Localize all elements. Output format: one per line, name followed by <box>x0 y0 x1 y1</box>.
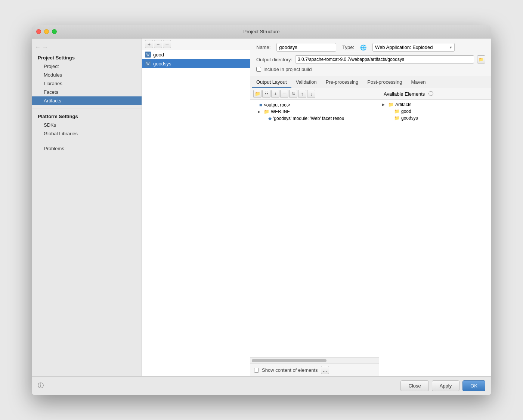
web-inf-folder-icon: 📁 <box>264 109 269 114</box>
help-button[interactable]: ⓘ <box>38 382 44 390</box>
tab-post-processing[interactable]: Post-processing <box>363 77 406 88</box>
name-input[interactable] <box>276 43 336 52</box>
sidebar-item-problems[interactable]: Problems <box>32 144 142 153</box>
avail-item-good[interactable]: 📁 good <box>379 108 491 115</box>
output-dir-row: Output directory: 📁 <box>256 55 485 64</box>
output-tree-panel: 📁 ☷ + − ⇅ ↑ ↓ ■ <output root> <box>250 88 379 376</box>
window-title: Project Structure <box>244 29 280 34</box>
main-panel: Name: Type: 🌐 Web Application: Exploded … <box>250 38 491 376</box>
output-area: 📁 ☷ + − ⇅ ↑ ↓ ■ <output root> <box>250 88 491 376</box>
dialog-footer: ⓘ Close Apply OK <box>32 376 491 395</box>
sidebar-item-libraries[interactable]: Libraries <box>32 79 142 88</box>
output-dir-input[interactable] <box>295 55 474 64</box>
available-panel: Available Elements ⓘ ▶ 📁 Artifacts 📁 goo <box>379 88 491 376</box>
output-tree-toolbar: 📁 ☷ + − ⇅ ↑ ↓ <box>250 88 379 100</box>
tab-output-layout[interactable]: Output Layout <box>252 77 291 88</box>
dialog-body: ← → Project Settings Project Modules Lib… <box>32 38 491 376</box>
include-in-build-label: Include in project build <box>263 67 312 72</box>
avail-arrow-artifacts: ▶ <box>382 103 387 106</box>
available-elements-title: Available Elements <box>384 91 425 97</box>
output-sort-button[interactable]: ⇅ <box>289 90 297 98</box>
tree-item-web-inf[interactable]: ▶ 📁 WEB-INF <box>250 108 379 115</box>
available-elements-header: Available Elements ⓘ <box>379 88 491 100</box>
avail-item-artifacts[interactable]: ▶ 📁 Artifacts <box>379 101 491 108</box>
sidebar-item-modules[interactable]: Modules <box>32 71 142 79</box>
type-icon: 🌐 <box>360 44 366 50</box>
tab-validation[interactable]: Validation <box>291 77 321 88</box>
main-header: Name: Type: 🌐 Web Application: Exploded … <box>250 38 491 77</box>
title-bar: Project Structure <box>32 25 491 38</box>
output-add-button[interactable]: + <box>271 90 279 98</box>
help-icon[interactable]: ⓘ <box>428 90 433 97</box>
add-artifact-button[interactable]: + <box>145 40 153 48</box>
nav-divider-2 <box>32 141 142 141</box>
type-select[interactable]: Web Application: Exploded <box>372 43 455 52</box>
artifact-icon-good: W <box>145 52 151 58</box>
tabs-row: Output Layout Validation Pre-processing … <box>250 77 491 88</box>
artifact-item-good[interactable]: W good <box>142 50 250 59</box>
output-up-button[interactable]: ↑ <box>298 90 306 98</box>
avail-goodsys-folder-icon: 📁 <box>394 115 400 121</box>
tree-item-goodsys-module[interactable]: ◆ 'goodsys' module: 'Web' facet resou <box>250 115 379 122</box>
output-list-button[interactable]: ☷ <box>262 90 270 98</box>
back-arrow-icon[interactable]: ← <box>35 44 41 50</box>
output-scrollbar-area <box>250 357 379 363</box>
avail-item-goodsys[interactable]: 📁 goodsys <box>379 115 491 121</box>
nav-divider <box>32 108 142 108</box>
sidebar-item-artifacts[interactable]: Artifacts <box>32 96 142 105</box>
module-icon: ◆ <box>268 116 272 121</box>
browse-dir-button[interactable]: 📁 <box>477 55 485 64</box>
avail-artifacts-folder-icon: 📁 <box>388 102 394 107</box>
include-build-row: Include in project build <box>256 67 485 72</box>
artifact-list-panel: + − ⎓ W good W goodsys <box>142 38 250 376</box>
tab-maven[interactable]: Maven <box>406 77 430 88</box>
forward-arrow-icon[interactable]: → <box>42 44 48 50</box>
sidebar-item-facets[interactable]: Facets <box>32 88 142 96</box>
remove-artifact-button[interactable]: − <box>154 40 162 48</box>
artifact-item-goodsys[interactable]: W goodsys <box>142 59 250 68</box>
output-folder-button[interactable]: 📁 <box>253 90 262 98</box>
platform-settings-header: Platform Settings <box>32 111 142 121</box>
tree-item-output-root[interactable]: ■ <output root> <box>250 101 379 108</box>
close-button[interactable]: Close <box>400 380 428 391</box>
traffic-lights <box>36 29 57 34</box>
output-down-button[interactable]: ↓ <box>307 90 315 98</box>
copy-artifact-button[interactable]: ⎓ <box>163 40 171 48</box>
output-tree-content: ■ <output root> ▶ 📁 WEB-INF ◆ 'goodsys' … <box>250 100 379 357</box>
output-root-icon: ■ <box>259 102 262 108</box>
available-tree: ▶ 📁 Artifacts 📁 good 📁 goodsys <box>379 100 491 376</box>
type-label: Type: <box>342 44 354 50</box>
output-dir-label: Output directory: <box>256 57 292 62</box>
avail-good-folder-icon: 📁 <box>394 109 400 114</box>
name-label: Name: <box>256 44 270 50</box>
ok-button[interactable]: OK <box>462 380 485 391</box>
show-content-label: Show content of elements <box>262 367 318 373</box>
minimize-window-button[interactable] <box>44 29 49 34</box>
artifact-list: W good W goodsys <box>142 50 250 376</box>
sidebar-item-project[interactable]: Project <box>32 62 142 71</box>
type-select-wrapper: Web Application: Exploded <box>372 43 455 52</box>
scroll-thumb[interactable] <box>252 359 327 362</box>
show-content-checkbox[interactable] <box>254 368 259 373</box>
project-settings-header: Project Settings <box>32 53 142 62</box>
artifact-toolbar: + − ⎓ <box>142 38 250 50</box>
tab-pre-processing[interactable]: Pre-processing <box>321 77 363 88</box>
dots-button[interactable]: ... <box>321 366 329 374</box>
output-bottom-bar: Show content of elements ... <box>250 363 379 376</box>
sidebar: ← → Project Settings Project Modules Lib… <box>32 38 142 376</box>
sidebar-item-sdks[interactable]: SDKs <box>32 121 142 129</box>
output-remove-button[interactable]: − <box>280 90 288 98</box>
maximize-window-button[interactable] <box>52 29 57 34</box>
artifact-icon-goodsys: W <box>145 61 151 67</box>
tree-arrow-web-inf: ▶ <box>258 110 262 114</box>
nav-arrows: ← → <box>32 41 142 53</box>
include-in-build-checkbox[interactable] <box>256 67 261 72</box>
sidebar-item-global-libraries[interactable]: Global Libraries <box>32 129 142 138</box>
name-type-row: Name: Type: 🌐 Web Application: Exploded <box>256 43 485 52</box>
close-window-button[interactable] <box>36 29 41 34</box>
apply-button[interactable]: Apply <box>432 380 460 391</box>
project-structure-dialog: Project Structure ← → Project Settings P… <box>32 25 491 395</box>
